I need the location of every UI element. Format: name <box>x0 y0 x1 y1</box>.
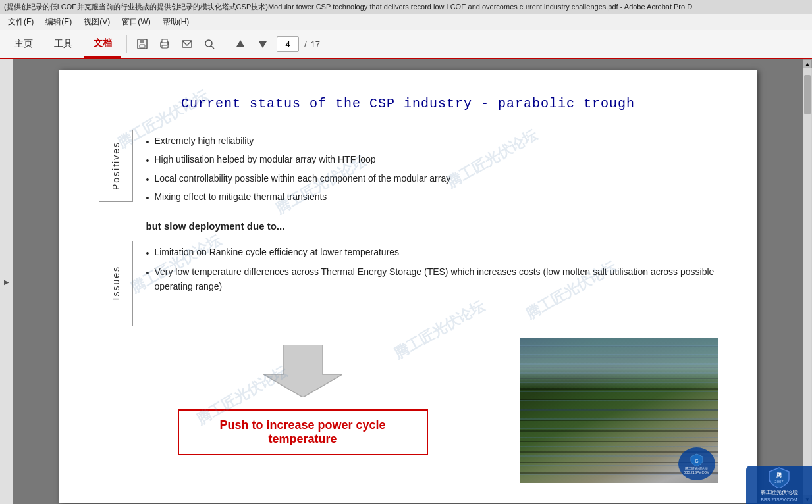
bullet-dot-3: • <box>146 172 149 187</box>
svg-text:腾: 腾 <box>776 472 782 478</box>
arrow-and-button: Push to increase power cycle temperature <box>99 338 507 455</box>
positives-label: Positives <box>111 141 121 190</box>
com-text: 腾工匠光伏论坛 BBS.21SPV.COM <box>761 490 798 502</box>
positives-content: • Extremely high reliability • High util… <box>146 130 718 209</box>
com-shield-icon: 腾 2007 <box>768 467 790 488</box>
menu-help[interactable]: 帮助(H) <box>157 15 195 29</box>
scroll-up-button[interactable]: ▲ <box>803 59 812 68</box>
svg-rect-4 <box>162 39 167 43</box>
bullet-2: • High utilisation helped by modular arr… <box>146 152 718 168</box>
title-bar: (提供创纪录的低LCOE并克服当前的行业挑战的提供创纪录的模块化塔式CSP技术)… <box>0 0 812 14</box>
bullet-text-1: Extremely high reliability <box>154 134 254 148</box>
sidebar-expand-arrow[interactable]: ▶ <box>2 277 11 286</box>
slide-title: Current status of the CSP industry - par… <box>99 96 718 111</box>
page-number-input[interactable] <box>277 36 299 52</box>
issue-bullet-1: • Limitation on Rankine cycle efficiency… <box>146 245 718 261</box>
toolbar-separator-2 <box>225 35 225 53</box>
issue-bullet-2: • Very low temperature differences acros… <box>146 265 718 294</box>
nav-next-button[interactable] <box>253 34 273 54</box>
left-sidebar: ▶ <box>0 59 13 504</box>
svg-marker-12 <box>263 345 342 397</box>
print-button[interactable] <box>155 34 175 54</box>
toolbar: 主页 工具 文档 / 17 <box>0 30 812 59</box>
issue-bullet-dot-2: • <box>146 266 149 280</box>
photo-watermark-badge: G 腾工匠光伏论坛 BBS.21SPV.COM <box>678 447 715 480</box>
bullet-4: • Mixing effect to mitigate thermal tran… <box>146 189 718 205</box>
nav-prev-button[interactable] <box>230 34 250 54</box>
bullet-text-2: High utilisation helped by modular array… <box>154 152 375 166</box>
bullet-text-4: Mixing effect to mitigate thermal transi… <box>154 189 327 204</box>
page-separator: / <box>304 39 307 49</box>
menu-file[interactable]: 文件(F) <box>3 15 39 29</box>
email-button[interactable] <box>177 34 197 54</box>
issues-content: • Limitation on Rankine cycle efficiency… <box>146 241 718 297</box>
photo-sky <box>520 338 718 389</box>
main-layout: ▶ 腾工匠光伏论坛 腾工匠光伏论坛 腾工匠光伏论坛 腾工匠光伏论坛 腾工匠光伏论… <box>0 59 812 504</box>
solar-field-photo: G 腾工匠光伏论坛 BBS.21SPV.COM <box>520 338 718 483</box>
pdf-area: 腾工匠光伏论坛 腾工匠光伏论坛 腾工匠光伏论坛 腾工匠光伏论坛 腾工匠光伏论坛 … <box>13 59 803 504</box>
bullet-dot-1: • <box>146 135 149 149</box>
bottom-row: Push to increase power cycle temperature <box>99 338 718 483</box>
svg-rect-5 <box>162 45 167 48</box>
positives-section: Positives • Extremely high reliability •… <box>99 130 718 209</box>
menu-edit[interactable]: 编辑(E) <box>40 15 77 29</box>
com-badge: 腾 2007 腾工匠光伏论坛 BBS.21SPV.COM <box>746 466 812 504</box>
down-arrow-icon <box>263 345 342 397</box>
slow-deploy-text: but slow deployment due to... <box>146 220 718 232</box>
bullet-text-3: Local controllability possible within ea… <box>154 171 450 186</box>
toolbar-separator <box>126 35 127 53</box>
page-total: 17 <box>311 39 320 49</box>
pdf-page: 腾工匠光伏论坛 腾工匠光伏论坛 腾工匠光伏论坛 腾工匠光伏论坛 腾工匠光伏论坛 … <box>59 70 757 503</box>
svg-rect-1 <box>140 39 144 43</box>
scrollbar[interactable]: ▲ ▼ <box>803 59 812 504</box>
issue-bullet-text-2: Very low temperature differences across … <box>154 265 717 294</box>
search-button[interactable] <box>200 34 219 54</box>
shield-icon: G <box>690 453 704 466</box>
app-title: (提供创纪录的低LCOE并克服当前的行业挑战的提供创纪录的模块化塔式CSP技术)… <box>4 2 692 12</box>
bullet-1: • Extremely high reliability <box>146 134 718 149</box>
svg-marker-10 <box>236 40 244 47</box>
issues-section: Issues • Limitation on Rankine cycle eff… <box>99 241 718 326</box>
menu-bar: 文件(F) 编辑(E) 视图(V) 窗口(W) 帮助(H) <box>0 14 812 30</box>
svg-rect-2 <box>140 45 145 48</box>
svg-point-6 <box>167 43 169 45</box>
bullet-3: • Local controllability possible within … <box>146 171 718 187</box>
svg-marker-11 <box>259 41 267 48</box>
tab-home[interactable]: 主页 <box>5 30 42 58</box>
svg-text:G: G <box>695 459 698 463</box>
issues-label: Issues <box>111 266 121 300</box>
svg-text:2007: 2007 <box>774 480 784 484</box>
menu-window[interactable]: 窗口(W) <box>117 15 155 29</box>
photo-watermark-text: 腾工匠光伏论坛 BBS.21SPV.COM <box>684 466 710 474</box>
bullet-dot-2: • <box>146 153 149 168</box>
save-button[interactable] <box>132 34 152 54</box>
tab-tools[interactable]: 工具 <box>45 30 82 58</box>
issue-bullet-text-1: Limitation on Rankine cycle efficiency a… <box>154 245 399 259</box>
svg-point-8 <box>205 40 212 47</box>
issues-label-box: Issues <box>99 241 133 326</box>
tab-document[interactable]: 文档 <box>84 30 121 58</box>
svg-line-9 <box>211 46 214 49</box>
positives-label-box: Positives <box>99 130 133 202</box>
issue-bullet-dot-1: • <box>146 246 149 261</box>
push-button[interactable]: Push to increase power cycle temperature <box>178 409 428 455</box>
bullet-dot-4: • <box>146 191 149 205</box>
scroll-thumb[interactable] <box>804 75 811 114</box>
menu-view[interactable]: 视图(V) <box>78 15 115 29</box>
scroll-track <box>803 68 811 495</box>
